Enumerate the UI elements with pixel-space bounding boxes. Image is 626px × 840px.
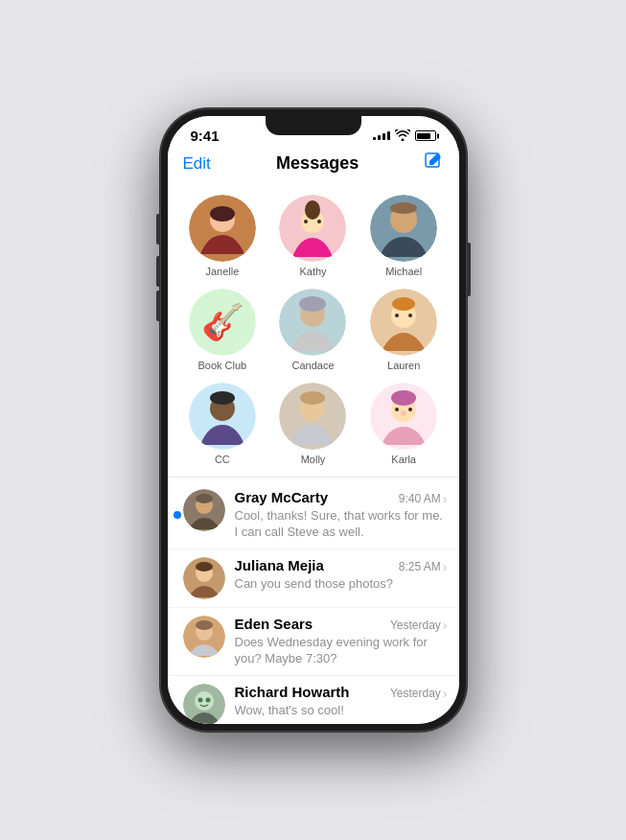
message-row[interactable]: Richard Howarth Yesterday › Wow, that's …: [168, 676, 459, 724]
message-content: Eden Sears Yesterday › Does Wednesday ev…: [235, 616, 448, 667]
pinned-contact-kathy[interactable]: Kathy: [269, 191, 357, 281]
pinned-contact-molly[interactable]: Molly: [269, 379, 357, 469]
chevron-icon: ›: [443, 686, 448, 701]
message-list: Gray McCarty 9:40 AM › Cool, thanks! Sur…: [168, 481, 459, 724]
pinned-contact-bookclub[interactable]: 🎸 Book Club: [179, 285, 267, 375]
message-time: Yesterday ›: [390, 686, 448, 701]
status-time: 9:41: [191, 128, 220, 144]
pinned-contacts-section: Janelle Kathy: [168, 183, 459, 473]
compose-button[interactable]: [424, 152, 443, 175]
notch: [266, 116, 361, 135]
sender-name: Gray McCarty: [235, 489, 329, 505]
signal-icon: [373, 131, 390, 140]
svg-point-8: [317, 220, 321, 223]
message-preview: Wow, that's so cool!: [235, 703, 448, 719]
contact-name-karla: Karla: [391, 454, 416, 465]
message-preview: Can you send those photos?: [235, 576, 448, 593]
section-divider: [168, 477, 459, 478]
pinned-contacts-grid: Janelle Kathy: [168, 191, 459, 469]
svg-point-11: [390, 202, 417, 214]
message-content: Richard Howarth Yesterday › Wow, that's …: [235, 684, 448, 719]
contact-name-molly: Molly: [301, 454, 326, 465]
message-row[interactable]: Juliana Mejia 8:25 AM › Can you send tho…: [168, 549, 459, 608]
svg-point-30: [391, 390, 416, 406]
edit-button[interactable]: Edit: [183, 154, 211, 174]
sender-name: Eden Sears: [235, 616, 313, 632]
app-header: Edit Messages: [168, 148, 459, 183]
contact-name-cc: CC: [215, 454, 230, 465]
chevron-icon: ›: [443, 559, 448, 574]
avatar: [183, 684, 225, 724]
message-time: 9:40 AM ›: [399, 491, 448, 506]
phone-screen: 9:41: [168, 116, 459, 724]
pinned-contact-michael[interactable]: Michael: [360, 191, 448, 281]
svg-point-36: [196, 494, 213, 503]
pinned-contact-candace[interactable]: Candace: [269, 285, 357, 375]
unread-indicator: [174, 511, 181, 519]
contact-name-bookclub: Book Club: [197, 360, 246, 371]
message-row[interactable]: Eden Sears Yesterday › Does Wednesday ev…: [168, 608, 459, 676]
contact-name-kathy: Kathy: [299, 266, 326, 277]
svg-point-6: [305, 200, 320, 220]
message-time: Yesterday ›: [390, 618, 448, 633]
message-content: Juliana Mejia 8:25 AM › Can you send tho…: [235, 557, 448, 593]
svg-point-7: [304, 220, 308, 223]
sender-name: Juliana Mejia: [235, 557, 324, 573]
contact-name-janelle: Janelle: [205, 266, 239, 277]
wifi-icon: [395, 129, 410, 143]
svg-point-19: [392, 297, 415, 311]
svg-point-16: [299, 296, 326, 312]
pinned-contact-janelle[interactable]: Janelle: [179, 191, 267, 281]
contact-name-lauren: Lauren: [387, 360, 420, 371]
message-time: 8:25 AM ›: [399, 559, 448, 574]
svg-point-27: [300, 391, 325, 405]
status-icons: [373, 129, 436, 143]
svg-point-46: [205, 697, 210, 702]
svg-point-31: [395, 408, 399, 411]
svg-point-45: [197, 697, 202, 702]
phone-frame: 9:41: [160, 108, 467, 732]
avatar: [183, 489, 225, 531]
pinned-contact-karla[interactable]: Karla: [360, 379, 448, 469]
page-title: Messages: [276, 153, 359, 174]
battery-icon: [415, 130, 436, 141]
svg-text:🎸: 🎸: [200, 301, 243, 342]
contact-name-candace: Candace: [291, 360, 334, 371]
svg-point-42: [196, 620, 213, 630]
message-row[interactable]: Gray McCarty 9:40 AM › Cool, thanks! Sur…: [168, 481, 459, 549]
message-content: Gray McCarty 9:40 AM › Cool, thanks! Sur…: [235, 489, 448, 541]
message-preview: Does Wednesday evening work for you? May…: [235, 635, 448, 667]
sender-name: Richard Howarth: [235, 684, 350, 700]
svg-point-21: [408, 314, 412, 317]
svg-point-44: [195, 691, 214, 711]
svg-point-33: [401, 410, 406, 416]
svg-point-24: [210, 391, 235, 405]
svg-point-3: [210, 206, 235, 222]
svg-point-32: [408, 408, 412, 411]
pinned-contact-lauren[interactable]: Lauren: [360, 285, 448, 375]
message-preview: Cool, thanks! Sure, that works for me. I…: [235, 508, 448, 541]
avatar: [183, 557, 225, 599]
chevron-icon: ›: [443, 618, 448, 633]
svg-point-20: [395, 314, 399, 317]
avatar: [183, 616, 225, 658]
contact-name-michael: Michael: [385, 266, 422, 277]
svg-point-39: [196, 562, 213, 572]
pinned-contact-cc[interactable]: CC: [179, 379, 267, 469]
chevron-icon: ›: [443, 491, 448, 506]
